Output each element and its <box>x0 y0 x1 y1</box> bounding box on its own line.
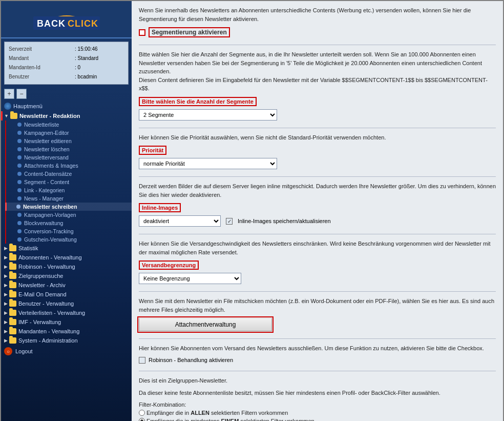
priority-intro: Hier können Sie die Priorität auswählen,… <box>139 133 496 142</box>
sidebar-item-email-on-demand[interactable]: ▶ E-Mail On Demand <box>1 290 132 299</box>
divider-4 <box>139 234 496 234</box>
sidebar-item-blockverwaltung[interactable]: Blockverwaltung <box>6 219 132 227</box>
sidebar: BACK CLICK Serverzeit : 15:00:46 Mandant… <box>1 1 132 421</box>
segmentierung-checkbox-row: Segmentierung aktivieren <box>139 27 496 37</box>
sidebar-item-statistik[interactable]: ▶ Statistik <box>1 244 132 253</box>
imf-verwaltung-label: IMF - Verwaltung <box>18 319 61 325</box>
hauptmenu-label: Hauptmenü <box>13 103 43 109</box>
sidebar-item-newsletter-redaktion[interactable]: ▼ Newsletter - Redaktion <box>1 111 132 121</box>
email-on-demand-label: E-Mail On Demand <box>18 291 67 297</box>
segmentierung-checkbox[interactable] <box>139 29 145 36</box>
priority-select-row: normale Priorität <box>139 158 496 169</box>
sidebar-item-newsletterversand[interactable]: Newsletterversand <box>6 153 132 162</box>
filter-option-einem: Empfänger die in mindestens EINEM selekt… <box>139 418 492 422</box>
sidebar-item-link-kategorien[interactable]: Link - Kategorien <box>6 186 132 194</box>
benutzer-label: Benutzer <box>9 73 72 81</box>
sidebar-item-newsletter-editieren[interactable]: Newsletter editieren <box>6 137 132 145</box>
segments-select[interactable]: 2 Segmente <box>139 109 277 121</box>
expand-icon-statistik: ▶ <box>4 246 8 251</box>
priority-select[interactable]: normale Priorität <box>139 158 277 169</box>
segmentierung-intro: Wenn Sie innerhalb des Newsletters an Ab… <box>139 6 496 23</box>
sidebar-item-newsletter-schreiben[interactable]: Newsletter schreiben <box>5 203 132 211</box>
mandant-value: : Standard <box>73 54 124 63</box>
expand-icon: ▼ <box>4 113 9 118</box>
expand-icon-email: ▶ <box>4 292 8 297</box>
folder-icon-system <box>9 337 16 344</box>
sidebar-item-newsletter-loeschen[interactable]: Newsletter löschen <box>6 145 132 153</box>
sidebar-item-system-administration[interactable]: ▶ System - Administration <box>1 336 132 345</box>
expand-icon-archiv: ▶ <box>4 283 8 288</box>
zielgruppen-section: Dies ist ein Zielgruppen-Newsletter. Da … <box>139 376 496 422</box>
newsletter-redaktion-label: Newsletter - Redaktion <box>19 113 80 119</box>
mandant-label: Mandant <box>9 54 72 63</box>
filter-radio-group: Empfänger die in ALLEN selektierten Filt… <box>139 410 496 422</box>
system-administration-label: System - Administration <box>18 337 78 344</box>
divider-3 <box>139 176 496 177</box>
sidebar-item-robinson-verwaltung[interactable]: ▶ Robinson - Verwaltung <box>1 262 132 271</box>
inline-images-row: deaktiviert Inline-Images speichern/aktu… <box>139 215 496 227</box>
sidebar-item-logout[interactable]: ○ Logout <box>1 345 132 357</box>
serverzeit-value: : 15:00:46 <box>73 45 124 53</box>
robinson-intro: Hier können Sie Abonnenten vom Versand d… <box>139 344 496 353</box>
sidebar-item-segment-content[interactable]: Segment - Content <box>6 178 132 186</box>
folder-icon-imf <box>9 319 16 325</box>
sidebar-item-verteilerlisten-verwaltung[interactable]: ▶ Verteilerlisten - Verwaltung <box>1 308 132 317</box>
inline-images-select[interactable]: deaktiviert <box>139 215 221 227</box>
sidebar-item-newsletter-archiv[interactable]: ▶ Newsletter - Archiv <box>1 280 132 290</box>
sidebar-item-hauptmenu[interactable]: Hauptmenü <box>1 101 132 111</box>
versand-select[interactable]: Keine Begrenzung <box>139 273 241 284</box>
sidebar-actions: + − <box>1 88 132 101</box>
statistik-label: Statistik <box>18 245 38 251</box>
sidebar-item-mandanten-verwaltung[interactable]: ▶ Mandanten - Verwaltung <box>1 327 132 336</box>
sidebar-item-kampagnen-editor[interactable]: Kampagnen-Editor <box>6 129 132 137</box>
filter-radio-alle[interactable] <box>139 410 145 416</box>
attachment-button[interactable]: Attachmentverwaltung <box>139 318 272 331</box>
filter-radio-einem[interactable] <box>139 418 145 422</box>
zielgruppen-intro1: Dies ist ein Zielgruppen-Newsletter. <box>139 376 496 385</box>
remove-icon-button[interactable]: − <box>16 89 27 99</box>
segmentierung-section: Wenn Sie innerhalb des Newsletters an Ab… <box>139 6 496 37</box>
newsletter-archiv-label: Newsletter - Archiv <box>18 282 66 288</box>
sidebar-item-zielgruppensuche[interactable]: ▶ Zielgruppensuche <box>1 271 132 280</box>
sidebar-item-abonnenten-verwaltung[interactable]: ▶ Abonnenten - Verwaltung <box>1 253 132 262</box>
folder-icon-abonnenten <box>9 254 16 260</box>
verteilerlisten-verwaltung-label: Verteilerlisten - Verwaltung <box>18 310 85 316</box>
filter-option1-label: Empfänger die in ALLEN selektierten Filt… <box>146 410 288 416</box>
expand-icon-robinson: ▶ <box>4 264 8 269</box>
folder-icon-benutzer <box>9 300 16 307</box>
segments-select-row: 2 Segmente <box>139 109 496 121</box>
versand-label: Versandbegrenzung <box>139 260 199 270</box>
expand-icon-system: ▶ <box>4 338 8 343</box>
expand-icon-verteilerlisten: ▶ <box>4 310 8 315</box>
folder-icon-zielgruppen <box>9 273 16 279</box>
sidebar-item-imf-verwaltung[interactable]: ▶ IMF - Verwaltung <box>1 317 132 327</box>
divider-6 <box>139 338 496 339</box>
prioritaet-section: Hier können Sie die Priorität auswählen,… <box>139 133 496 170</box>
mandanten-id-label: Mandanten-Id <box>9 64 72 72</box>
priority-label: Priorität <box>139 146 166 155</box>
versand-select-row: Keine Begrenzung <box>139 273 496 284</box>
sidebar-item-attachments-images[interactable]: Attachments & Images <box>6 162 132 170</box>
segments-intro: Bitte wählen Sie hier die Anzahl der Seg… <box>139 50 496 93</box>
sidebar-item-content-datensaetze[interactable]: Content-Datensätze <box>6 170 132 178</box>
robinson-checkbox[interactable] <box>139 357 145 364</box>
folder-icon-email <box>9 291 16 297</box>
server-info-panel: Serverzeit : 15:00:46 Mandant : Standard… <box>4 42 129 85</box>
inline-images-section: Derzeit werden Bilder die auf diesem Ser… <box>139 182 496 227</box>
filter-option2-label: Empfänger die in mindestens EINEM selekt… <box>146 418 314 422</box>
sidebar-item-news-manager[interactable]: News - Manager <box>6 194 132 203</box>
versand-intro: Hier können Sie die Versandgeschwindigke… <box>139 239 496 256</box>
folder-icon-robinson <box>9 264 16 270</box>
content-area: Wenn Sie innerhalb des Newsletters an Ab… <box>132 1 503 421</box>
sidebar-item-benutzer-verwaltung[interactable]: ▶ Benutzer - Verwaltung <box>1 299 132 308</box>
inline-images-checkbox[interactable] <box>226 218 233 225</box>
expand-icon-abonnenten: ▶ <box>4 255 8 260</box>
sidebar-item-conversion-tracking[interactable]: Conversion-Tracking <box>6 227 132 235</box>
filter-kombination-label: Filter-Kombination: <box>139 402 186 408</box>
add-icon-button[interactable]: + <box>4 89 14 99</box>
sidebar-item-gutschein-verwaltung[interactable]: Gutschein-Verwaltung <box>6 235 132 244</box>
svg-text:CLICK: CLICK <box>68 18 98 29</box>
sidebar-item-newsletterliste[interactable]: Newsletterliste <box>6 121 132 129</box>
folder-icon-mandanten <box>9 328 16 334</box>
sidebar-item-kampagnen-vorlagen[interactable]: Kampagnen-Vorlagen <box>6 211 132 219</box>
